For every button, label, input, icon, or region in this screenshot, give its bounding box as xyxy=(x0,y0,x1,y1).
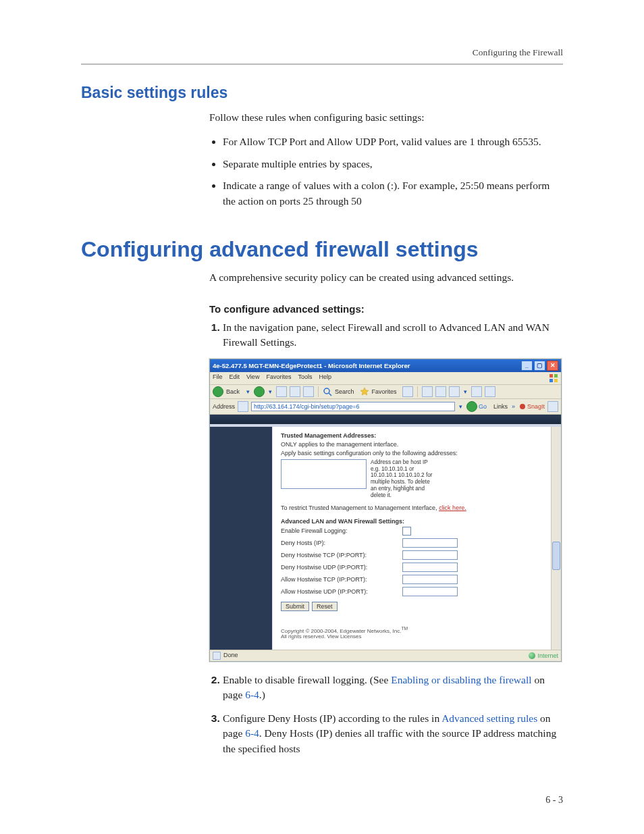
trusted-addresses-help: Address can be host IP e.g. 10.10.10.1 o… xyxy=(371,459,435,499)
page-number: 6 - 3 xyxy=(545,795,563,806)
menu-edit[interactable]: Edit xyxy=(230,373,240,383)
restrict-mgmt-line: To restrict Trusted Management to Manage… xyxy=(281,504,543,511)
snagit-capture-icon[interactable] xyxy=(547,401,558,412)
trusted-mgmt-heading: Trusted Management Addresses: xyxy=(281,432,543,439)
trusted-addresses-textarea[interactable] xyxy=(281,459,367,489)
step-2-text: .) xyxy=(259,689,265,700)
windows-flag-icon xyxy=(549,373,558,383)
links-label[interactable]: Links xyxy=(493,403,508,410)
deny-tcp-field[interactable] xyxy=(402,550,458,560)
snagit-label: SnagIt xyxy=(527,403,545,410)
allow-tcp-field[interactable] xyxy=(402,575,458,584)
menu-favorites[interactable]: Favorites xyxy=(266,373,291,383)
deny-hosts-ip-field[interactable] xyxy=(402,538,458,548)
refresh-icon[interactable] xyxy=(290,386,300,397)
svg-rect-1 xyxy=(554,374,558,377)
page-ref-link[interactable]: 6-4 xyxy=(245,727,259,739)
restrict-mgmt-text: To restrict Trusted Management to Manage… xyxy=(281,504,439,511)
security-zone: Internet xyxy=(529,652,558,660)
window-title: 4e-52.477.5 MGT-EMN-EdgeProtect1 - Micro… xyxy=(213,362,410,369)
navigation-pane[interactable] xyxy=(210,427,272,650)
heading-to-configure: To configure advanced settings: xyxy=(209,303,563,315)
copyright-text: Copyright © 2000-2004, Edgewater Network… xyxy=(281,627,401,633)
favorites-star-icon[interactable] xyxy=(360,387,369,396)
scrollbar-thumb[interactable] xyxy=(552,542,560,570)
back-icon[interactable] xyxy=(213,386,223,397)
home-icon[interactable] xyxy=(303,386,314,397)
step-1: In the navigation pane, select Firewall … xyxy=(223,320,563,350)
svg-rect-2 xyxy=(549,379,553,382)
step-3-text: . Deny Hosts (IP) denies all traffic wit… xyxy=(223,727,556,754)
reset-button[interactable]: Reset xyxy=(312,602,338,611)
brand-strip xyxy=(210,415,561,424)
allow-tcp-row: Allow Hostwise TCP (IP:PORT): xyxy=(281,575,543,584)
deny-tcp-row: Deny Hostwise TCP (IP:PORT): xyxy=(281,550,543,560)
status-page-icon xyxy=(213,652,221,660)
enable-disable-firewall-link[interactable]: Enabling or disabling the firewall xyxy=(391,674,531,685)
submit-button[interactable]: Submit xyxy=(281,602,309,611)
discuss-icon[interactable] xyxy=(471,386,482,397)
enable-logging-checkbox[interactable] xyxy=(402,527,411,536)
edit-icon[interactable] xyxy=(449,386,460,397)
menu-help[interactable]: Help xyxy=(319,373,331,383)
click-here-link[interactable]: click here. xyxy=(439,504,466,511)
enable-logging-row: Enable Firewall Logging: xyxy=(281,527,543,536)
form-buttons: Submit Reset xyxy=(281,602,543,611)
address-field[interactable]: http://63.164.174/cgi-bin/setup?page=6 xyxy=(251,402,455,411)
basic-intro-paragraph: Follow these rules when configuring basi… xyxy=(209,110,563,125)
deny-hosts-ip-label: Deny Hosts (IP): xyxy=(281,540,402,546)
deny-udp-field[interactable] xyxy=(402,563,458,572)
header-rule xyxy=(81,63,563,65)
menu-tools[interactable]: Tools xyxy=(298,373,312,383)
address-dropdown-icon[interactable]: ▾ xyxy=(459,403,462,410)
step-3: Configure Deny Hosts (IP) according to t… xyxy=(223,711,563,756)
stop-icon[interactable] xyxy=(276,386,287,397)
status-bar: Done Internet xyxy=(210,650,561,661)
basic-rules-list: For Allow TCP Port and Allow UDP Port, v… xyxy=(209,134,563,209)
search-button[interactable]: Search xyxy=(335,388,354,395)
main-panel: Trusted Management Addresses: ONLY appli… xyxy=(272,427,551,650)
search-icon[interactable] xyxy=(323,387,332,396)
copyright-line: Copyright © 2000-2004, Edgewater Network… xyxy=(281,626,543,640)
svg-line-5 xyxy=(329,393,331,396)
history-icon[interactable] xyxy=(402,386,413,397)
step-3-text: Configure Deny Hosts (IP) according to t… xyxy=(223,712,441,724)
enable-logging-label: Enable Firewall Logging: xyxy=(281,527,402,534)
embedded-screenshot: 4e-52.477.5 MGT-EMN-EdgeProtect1 - Micro… xyxy=(209,359,562,662)
print-icon[interactable] xyxy=(435,386,446,397)
address-label: Address xyxy=(213,403,235,410)
allow-udp-field[interactable] xyxy=(402,587,458,596)
close-button[interactable]: ✕ xyxy=(547,361,558,371)
basic-settings-body: Follow these rules when configuring basi… xyxy=(209,110,563,209)
heading-basic-settings-rules: Basic settings rules xyxy=(81,84,563,102)
basic-rule-item: For Allow TCP Port and Allow UDP Port, v… xyxy=(223,134,563,149)
advanced-setting-rules-link[interactable]: Advanced setting rules xyxy=(441,712,537,724)
forward-dropdown-icon[interactable]: ▾ xyxy=(269,388,272,395)
page-icon xyxy=(238,401,248,412)
back-dropdown-icon[interactable]: ▾ xyxy=(246,388,250,395)
allow-tcp-label: Allow Hostwise TCP (IP:PORT): xyxy=(281,576,402,583)
go-button[interactable]: Go xyxy=(466,401,487,412)
minimize-button[interactable]: _ xyxy=(521,361,533,371)
menu-file[interactable]: File xyxy=(213,373,223,383)
deny-udp-row: Deny Hostwise UDP (IP:PORT): xyxy=(281,563,543,572)
mail-icon[interactable] xyxy=(422,386,433,397)
vertical-scrollbar[interactable] xyxy=(551,427,561,650)
maximize-button[interactable]: ▢ xyxy=(534,361,545,371)
browser-toolbar: Back ▾ ▾ Search Favorites ▾ xyxy=(210,385,561,399)
forward-icon[interactable] xyxy=(254,386,265,397)
menu-view[interactable]: View xyxy=(246,373,259,383)
advanced-settings-body: A comprehensive security policy can be c… xyxy=(209,270,563,756)
document-page: Configuring the Firewall Basic settings … xyxy=(0,0,644,834)
svg-rect-0 xyxy=(549,374,553,377)
snagit-button[interactable]: SnagIt xyxy=(519,403,545,410)
back-button[interactable]: Back xyxy=(226,388,240,395)
page-ref-link[interactable]: 6-4 xyxy=(245,689,259,700)
menu-bar: File Edit View Favorites Tools Help xyxy=(210,372,561,385)
favorites-button[interactable]: Favorites xyxy=(372,388,397,395)
research-icon[interactable] xyxy=(485,386,495,397)
copyright-subtext: All rights reserved. View Licenses xyxy=(281,633,361,640)
zone-label: Internet xyxy=(537,652,558,659)
tma-note: ONLY applies to the management interface… xyxy=(281,441,543,448)
basic-rule-item: Indicate a range of values with a colon … xyxy=(223,178,563,209)
